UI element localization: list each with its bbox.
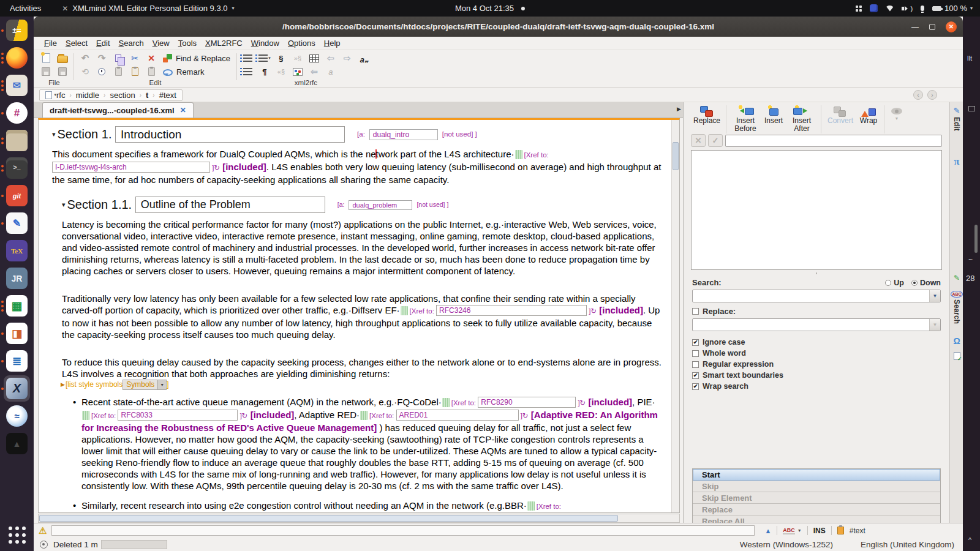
crumb-rfc[interactable]: rfc [56,91,65,100]
ignore-case-checkbox[interactable]: ✔Ignore case [692,338,941,347]
subsection-before-button[interactable]: «§ [274,66,288,78]
numbered-list-button[interactable]: ▾ [257,52,272,64]
element-choices-list[interactable] [691,150,942,270]
cut-button[interactable]: ✂ [127,52,142,64]
insert-before-button[interactable]: Insert Before [729,105,761,133]
insert-after-button[interactable]: Insert After [786,105,818,133]
dock-item-tex[interactable]: TeX [0,237,34,264]
collapse-triangle-icon[interactable]: ▾ [52,129,56,140]
replace-button[interactable]: Replace [691,105,723,125]
dock-item-text-editor[interactable]: ✎ [0,209,34,237]
dock-item-mail[interactable]: ✉ [0,72,34,99]
search-input[interactable]: ▼ [692,290,941,302]
section-button[interactable]: § [274,52,288,64]
xref-target-field[interactable]: RFC8290 [478,397,576,408]
history-back-button[interactable]: ‹ [913,90,923,100]
bullet-list-button[interactable] [241,52,255,64]
document-horizontal-scrollbar[interactable] [38,514,680,523]
menu-file[interactable]: File [40,38,61,48]
list-item-button[interactable] [241,66,255,78]
tab-validate[interactable] [950,352,963,360]
close-button[interactable]: ✕ [946,21,957,32]
refresh-button[interactable]: ⟲ [78,66,92,78]
save-button[interactable] [39,66,53,78]
crumb-section[interactable]: section [110,91,135,100]
inline-style-button[interactable]: a▾▾ [356,52,371,64]
dock-item-files[interactable] [0,127,34,154]
tab-edit[interactable]: ✎ Edit [950,106,963,131]
panel-splitter[interactable] [684,270,949,277]
dock-item-libreoffice-writer[interactable]: ≣ [0,347,34,375]
new-document-button[interactable] [39,52,53,64]
encoding-indicator[interactable]: Western (Windows-1252) [740,540,833,549]
minimize-button[interactable]: — [911,23,919,31]
list-style-dropdown[interactable]: Symbols ▼ [123,380,167,390]
dock-item-libreoffice-impress[interactable]: ◨ [0,320,34,347]
wrap-search-checkbox[interactable]: ✔Wrap search [692,382,941,391]
delete-button[interactable]: ✕ [144,52,159,64]
copy-button[interactable] [111,52,126,64]
direction-up-radio[interactable]: Up [885,279,904,287]
direction-down-radio[interactable]: Down [911,279,941,287]
wrap-button[interactable]: Wrap [856,105,881,125]
dock-item-git[interactable]: git [0,182,34,209]
dock-item-terminal[interactable]: >_ [0,154,34,182]
maximize-button[interactable] [929,24,935,30]
insert-image-button[interactable] [290,66,305,78]
dock-item-jabref[interactable]: JR [0,264,34,292]
language-indicator[interactable]: English (United Kingdom) [861,540,954,549]
show-applications-button[interactable] [0,527,34,544]
demote-button[interactable]: ⇨ [340,52,355,64]
remark-button[interactable]: Remark [160,67,207,77]
table-button[interactable] [307,52,322,64]
find-replace-button[interactable]: Find & Replace [160,54,233,63]
collapse-triangle-icon[interactable]: ▶ [61,379,65,391]
section-title-field[interactable]: Outline of the Problem [135,197,325,213]
battery-indicator[interactable]: 100 % ▾ [932,4,973,13]
paragraph-button[interactable]: ¶ [257,66,272,78]
clock-menu[interactable]: Mon 4 Oct 21:35 [455,4,525,13]
dock-item-calculator[interactable]: ±= [0,17,34,44]
xref-target-field[interactable]: RFC8033 [118,410,238,421]
app-menu[interactable]: ✕ XMLmind XML Editor Personal Edition 9.… [62,4,234,13]
confirm-edit-button[interactable]: ✓ [708,134,723,147]
start-button[interactable]: Start [693,469,940,481]
scroll-up-icon[interactable]: ▲ [764,527,771,534]
menu-view[interactable]: View [148,38,174,48]
dock-item-swoosh[interactable]: ≈ [0,402,34,430]
microphone-icon[interactable] [921,6,924,11]
menu-edit[interactable]: Edit [92,38,114,48]
subsection-after-button[interactable]: »§ [290,52,305,64]
dock-item-libreoffice-calc[interactable]: ▦ [0,292,34,320]
panel-collapse-icon[interactable]: ▶ [677,106,681,112]
warning-icon[interactable]: ⚠ [39,526,47,535]
paste-button[interactable] [127,66,142,78]
crumb-middle[interactable]: middle [76,91,99,100]
history-forward-button[interactable]: › [927,90,937,100]
replace-input[interactable]: ▼ [692,318,941,331]
document-vertical-scrollbar[interactable] [671,120,679,512]
xref-target-field[interactable]: I-D.ietf-tsvwg-l4s-arch [52,162,210,173]
insert-button[interactable]: Insert [761,105,786,125]
dock-item-slack[interactable]: # [0,99,34,127]
cancel-edit-button[interactable]: ✕ [691,134,706,147]
crumb-t[interactable]: t [146,91,148,100]
collapse-triangle-icon[interactable]: ▾ [62,199,66,211]
save-as-button[interactable] [55,66,70,78]
menu-select[interactable]: Select [61,38,92,48]
attr-value-field[interactable]: dualq_intro [369,129,438,140]
move-left-button[interactable]: ⇦ [307,66,322,78]
attr-value-field[interactable]: dualq_problem [349,200,412,210]
dock-item-dark-app[interactable]: ▲ [0,430,34,457]
activities-button[interactable]: Activities [10,4,41,13]
document-tab[interactable]: draft-ietf-tsvwg...-coupled-16.xml ✕ [42,102,194,118]
tab-characters[interactable]: π [950,156,963,167]
tab-search[interactable]: ABC Search [950,291,963,324]
tray-app-icon[interactable] [856,6,862,12]
tray-blue-app-icon[interactable] [870,4,878,12]
promote-button[interactable]: ⇦ [323,52,338,64]
tab-spell-checker[interactable]: ✎ [950,274,963,282]
menu-tools[interactable]: Tools [174,38,201,48]
document-view[interactable]: ▾ Section 1. Introduction [a: dualq_intr… [38,118,680,513]
document-icon[interactable] [45,91,52,99]
